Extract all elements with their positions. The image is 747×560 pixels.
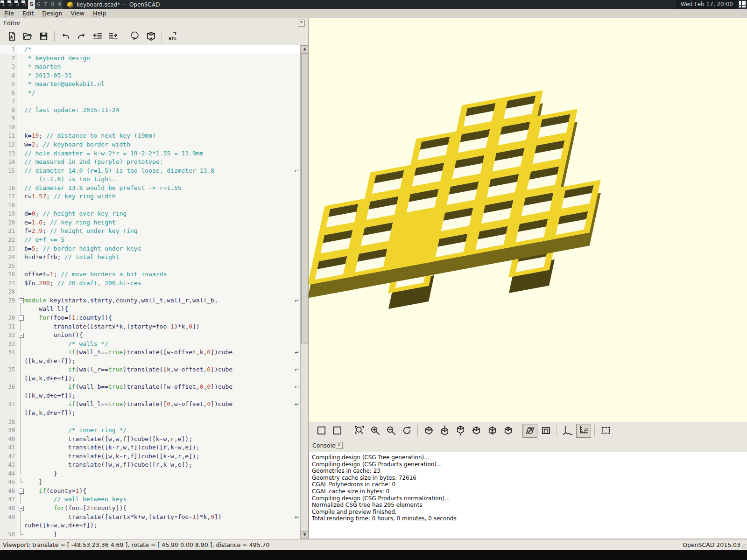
fold-marker-icon[interactable]: −	[17, 487, 24, 496]
code-line[interactable]: 7	[0, 97, 301, 106]
fold-marker-icon[interactable]: −	[17, 314, 24, 322]
code-line[interactable]: 49 translate([startx*k+w,(starty+foo-1)*…	[0, 513, 301, 522]
view-preview-button[interactable]	[314, 424, 329, 438]
code-line[interactable]: 31 translate([startx*k,(starty+foo-1)*k,…	[0, 322, 301, 331]
code-line[interactable]: 3 * maarten	[0, 63, 301, 71]
view-orthogonal-button[interactable]	[598, 424, 613, 438]
code-editor[interactable]: 1/*2 * keyboard design3 * maarten4 * 201…	[0, 45, 301, 539]
code-line[interactable]: ([k,w,d+e+f]);	[0, 392, 301, 400]
unindent-button[interactable]	[90, 29, 105, 43]
view-back-button[interactable]	[500, 424, 515, 438]
code-line[interactable]: (r=1.6) is too tight.	[0, 175, 301, 184]
code-line[interactable]: 25	[0, 262, 301, 271]
code-line[interactable]: 39 /* inner ring */	[0, 426, 301, 435]
code-line[interactable]: 20e=1.6; // key ring height	[0, 218, 301, 227]
code-line[interactable]: 14// measured in 2nd (purple) prototype:	[0, 158, 301, 167]
menu-edit[interactable]: Edit	[18, 9, 38, 18]
view-left-button[interactable]	[469, 424, 484, 438]
fold-marker-icon[interactable]: −	[17, 331, 24, 340]
workspace-9[interactable]: 9	[56, 0, 63, 9]
console-close-icon[interactable]: ✕	[336, 442, 343, 449]
menu-view[interactable]: View	[66, 9, 89, 18]
code-line[interactable]: 8// last update: 2015-11-24	[0, 106, 301, 115]
undo-button[interactable]	[58, 29, 73, 43]
code-line[interactable]: 23b=5; // border height under keys	[0, 245, 301, 253]
code-line[interactable]: 33 /* walls */	[0, 340, 301, 349]
zoom-all-button[interactable]	[352, 424, 366, 438]
code-line[interactable]: 6 */	[0, 89, 301, 98]
menu-help[interactable]: Help	[89, 9, 111, 18]
code-line[interactable]: 42 translate([w,k-r,f])cube([k-w,r,e]);	[0, 452, 301, 461]
menu-design[interactable]: Design	[38, 9, 66, 18]
show-axes-button[interactable]	[560, 424, 575, 438]
code-line[interactable]: wall_l){	[0, 305, 301, 314]
scroll-down-icon[interactable]: ▼	[301, 531, 309, 539]
code-line[interactable]: 22// e+f <= 5	[0, 236, 301, 245]
open-file-button[interactable]	[20, 29, 35, 43]
editor-close-icon[interactable]: ✕	[298, 20, 305, 27]
workspace-pager[interactable]: 123456789	[0, 0, 63, 9]
preview-button[interactable]: »	[127, 29, 142, 43]
view-diagonal-button[interactable]	[522, 424, 537, 438]
zoom-out-button[interactable]	[383, 424, 398, 438]
code-line[interactable]: 13// hole diameter = k-w-2*r = 19-2-2*1.…	[0, 149, 301, 158]
zoom-in-button[interactable]	[367, 424, 382, 438]
code-line[interactable]: 29−module key(startx,starty,county,wall_…	[0, 296, 301, 305]
menu-file[interactable]: File	[0, 9, 18, 18]
view-render-button[interactable]	[330, 424, 345, 438]
code-line[interactable]: cube([k-w,w,d+e+f]);	[0, 521, 301, 530]
view-front-button[interactable]	[485, 424, 500, 438]
code-line[interactable]: 44 }	[0, 469, 301, 478]
code-line[interactable]: 43 translate([w,w,f])cube([r,k-w,e]);	[0, 461, 301, 469]
workspace-6[interactable]: 6	[35, 0, 42, 9]
code-line[interactable]: ([w,k,d+e+f]);	[0, 374, 301, 383]
code-line[interactable]: 45 }	[0, 478, 301, 487]
fold-marker-icon[interactable]: −	[17, 296, 24, 305]
show-scale-markers-button[interactable]: 10	[576, 424, 591, 438]
code-line[interactable]: 37 if(wall_l==true)translate([0,w-offset…	[0, 400, 301, 409]
code-line[interactable]: 41 translate([k-r,w,f])cube([r,k-w,e]);	[0, 443, 301, 452]
code-line[interactable]: 47 // wall between keys	[0, 495, 301, 504]
code-line[interactable]: 38	[0, 418, 301, 427]
save-button[interactable]	[36, 29, 51, 43]
code-line[interactable]: 26offset=1; // move borders a bit inward…	[0, 270, 301, 279]
code-line[interactable]: 5 * maarten@geekabit.nl	[0, 80, 301, 89]
view-bottom-button[interactable]	[453, 424, 468, 438]
workspace-3[interactable]: 3	[14, 0, 21, 9]
new-file-button[interactable]	[4, 29, 19, 43]
code-line[interactable]: 32− union(){	[0, 331, 301, 340]
code-line[interactable]: 40 translate([w,w,f])cube([k-w,r,e]);	[0, 435, 301, 444]
code-line[interactable]: 11k=19; // distance to next key (19mm)	[0, 132, 301, 140]
code-line[interactable]: 27$fn=200; // 20=draft, 200=hi-res	[0, 279, 301, 288]
code-line[interactable]: 24h=d+e+f+b; // total height	[0, 253, 301, 262]
view-right-button[interactable]	[421, 424, 436, 438]
code-line[interactable]: 12w=2; // keyboard border width	[0, 140, 301, 149]
console-output[interactable]: Compiling design (CSG Tree generation)..…	[309, 452, 747, 539]
workspace-8[interactable]: 8	[49, 0, 56, 9]
code-line[interactable]: 1/*	[0, 45, 301, 54]
code-line[interactable]: 18	[0, 201, 301, 210]
scrollbar-thumb[interactable]	[301, 53, 308, 343]
redo-button[interactable]	[74, 29, 89, 43]
code-line[interactable]: 35 if(wall_r==true)translate([k,w-offset…	[0, 365, 301, 374]
code-line[interactable]: 50 }	[0, 530, 301, 539]
resize-grip[interactable]	[741, 544, 746, 548]
editor-scrollbar[interactable]: ▲ ▼	[300, 45, 308, 539]
code-line[interactable]: 30− for(foo=[1:county]){	[0, 314, 301, 322]
indent-button[interactable]	[106, 29, 120, 43]
code-line[interactable]: 15// diameter 14.0 (r=1.5) is too loose,…	[0, 167, 301, 175]
code-line[interactable]: 19d=0; // height over key ring	[0, 210, 301, 218]
workspace-2[interactable]: 2	[7, 0, 14, 9]
workspace-5[interactable]: 5	[28, 0, 35, 9]
code-line[interactable]: 28	[0, 287, 301, 296]
code-line[interactable]: 16// diameter 13.8 would be prefect -> r…	[0, 184, 301, 193]
code-line[interactable]: 34 if(wall_t==true)translate([w-offset,k…	[0, 348, 301, 357]
3d-viewport[interactable]	[309, 18, 747, 422]
desktop-grid-icon[interactable]	[738, 0, 747, 9]
code-line[interactable]: 2 * keyboard design	[0, 54, 301, 63]
scroll-up-icon[interactable]: ▲	[301, 45, 309, 53]
code-line[interactable]: 48− for(foo=[2:county]){	[0, 504, 301, 513]
code-line[interactable]: 4 * 2013-05-31	[0, 71, 301, 80]
code-line[interactable]: ([k,w,d+e+f]);	[0, 357, 301, 366]
code-line[interactable]: 17r=1.57; // key ring width	[0, 192, 301, 201]
